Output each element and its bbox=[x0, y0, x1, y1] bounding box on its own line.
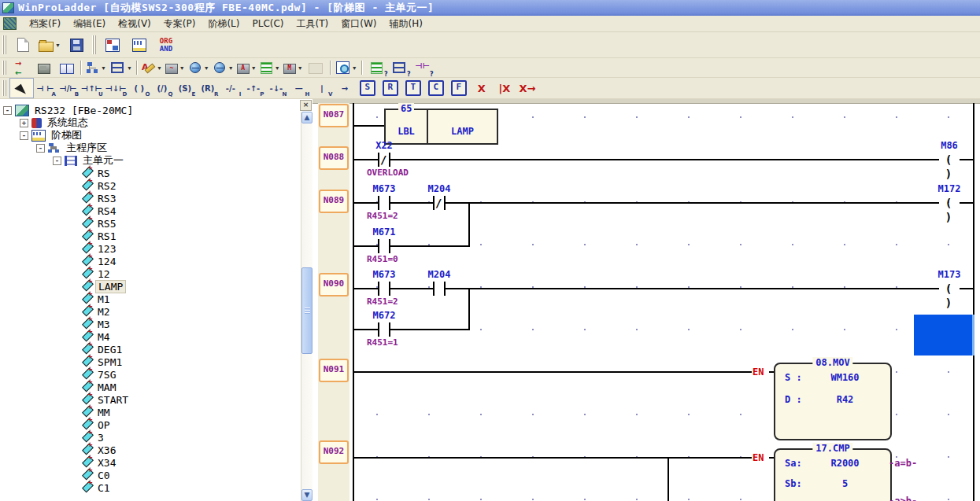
dropdown-arrow-icon[interactable]: ▼ bbox=[228, 65, 234, 71]
tree-item-12[interactable]: 12 bbox=[0, 267, 301, 280]
tree-item-rs4[interactable]: RS4 bbox=[0, 204, 301, 217]
toolbar-gripper[interactable] bbox=[92, 35, 97, 55]
collapse-icon[interactable]: - bbox=[36, 144, 45, 153]
network-label-n092[interactable]: N092 bbox=[319, 440, 349, 464]
dropdown-arrow-icon[interactable]: ▼ bbox=[275, 65, 280, 71]
menu-item-9[interactable]: 辅助(H) bbox=[383, 17, 428, 31]
menu-item-1[interactable]: 档案(F) bbox=[23, 17, 67, 31]
tree-item-c1[interactable]: C1 bbox=[0, 481, 301, 494]
delete-tool[interactable]: X bbox=[470, 79, 493, 98]
contact-no-m672[interactable]: M672R451=1 bbox=[378, 322, 390, 337]
register-r-tool[interactable]: R bbox=[379, 79, 401, 98]
online-button[interactable]: ▼ bbox=[211, 58, 235, 77]
tree-item-124[interactable]: 124 bbox=[0, 255, 301, 267]
coil-set-tool[interactable]: (S)E bbox=[173, 79, 196, 98]
menu-item-7[interactable]: 工具(T) bbox=[290, 17, 335, 31]
project-window-button[interactable] bbox=[99, 34, 126, 56]
tree-item-7sg[interactable]: 7SG bbox=[0, 368, 301, 381]
scroll-thumb[interactable] bbox=[301, 267, 312, 354]
scroll-up-button[interactable]: ▲ bbox=[301, 112, 312, 123]
hline-tool[interactable]: —H bbox=[287, 79, 310, 98]
function-f-tool[interactable]: F bbox=[447, 79, 470, 98]
tree-item-rs5[interactable]: RS5 bbox=[0, 217, 301, 230]
select-tool[interactable] bbox=[9, 78, 34, 98]
comment-book-button[interactable] bbox=[55, 58, 78, 77]
tree-item-3[interactable]: 3 bbox=[0, 431, 301, 444]
contact-nc-tool[interactable]: ⊣/⊢B bbox=[57, 79, 80, 98]
delete-vline-tool[interactable]: |X bbox=[493, 79, 516, 98]
menu-item-4[interactable]: 专案(P) bbox=[157, 17, 202, 31]
tree-item-mm[interactable]: MM bbox=[0, 406, 301, 418]
network-label-n087[interactable]: N087 bbox=[319, 104, 349, 127]
find-button[interactable]: ▼ bbox=[334, 58, 359, 77]
collapse-icon[interactable]: - bbox=[20, 131, 28, 140]
falling-tool[interactable]: -↓-N bbox=[264, 79, 287, 98]
tree-item-m2[interactable]: M2 bbox=[0, 305, 301, 318]
tree-item--[interactable]: -阶梯图 bbox=[0, 129, 301, 142]
coil-m173[interactable]: M173( ) bbox=[939, 282, 960, 296]
tree-item-x34[interactable]: X34 bbox=[0, 456, 301, 469]
tree-item-m3[interactable]: M3 bbox=[0, 318, 301, 330]
tree-item-x36[interactable]: X36 bbox=[0, 444, 301, 456]
dropdown-arrow-icon[interactable]: ▼ bbox=[127, 65, 132, 71]
tree-item-start[interactable]: START bbox=[0, 393, 301, 406]
io-transfer-button[interactable] bbox=[9, 58, 32, 77]
dropdown-arrow-icon[interactable]: ▼ bbox=[298, 65, 303, 71]
dropdown-arrow-icon[interactable]: ▼ bbox=[251, 65, 257, 71]
toolbar-gripper[interactable] bbox=[2, 80, 7, 96]
memory-chip-button[interactable] bbox=[32, 58, 55, 77]
project-tree-button[interactable]: ▼ bbox=[84, 58, 108, 77]
tree-item--[interactable]: -主程序区 bbox=[0, 142, 301, 154]
tree-item-mam[interactable]: MAM bbox=[0, 381, 301, 393]
monitor-a-button[interactable]: A▼ bbox=[235, 58, 258, 77]
mov-function-block[interactable]: 08.MOVS :WM160D :R42 bbox=[774, 363, 892, 440]
dropdown-arrow-icon[interactable]: ▼ bbox=[157, 65, 162, 71]
delete-hline-tool[interactable]: X→ bbox=[516, 79, 538, 98]
coil-m86[interactable]: M86( ) bbox=[939, 153, 960, 167]
dropdown-arrow-icon[interactable]: ▼ bbox=[179, 65, 185, 71]
menu-item-3[interactable]: 检视(V) bbox=[112, 17, 157, 31]
dropdown-arrow-icon[interactable]: ▼ bbox=[204, 65, 209, 71]
network-label-n090[interactable]: N090 bbox=[319, 273, 349, 297]
label-block-lamp[interactable]: LBLLAMP65 bbox=[384, 109, 498, 145]
tree-item-rs232-fbe-20mc-[interactable]: -RS232 [FBe-20MC] bbox=[0, 104, 301, 116]
vline-tool[interactable]: ∣V bbox=[310, 79, 333, 98]
contact-no-m204[interactable]: M204 bbox=[433, 282, 446, 296]
coil-not-tool[interactable]: (/)Q bbox=[150, 79, 173, 98]
tree-item--[interactable]: -主单元一 bbox=[0, 154, 301, 167]
dropdown-arrow-icon[interactable]: ▼ bbox=[101, 65, 106, 71]
toolbar-gripper[interactable] bbox=[2, 35, 7, 55]
contact-no-m671[interactable]: M671R451=0 bbox=[378, 239, 390, 253]
timer-s-tool[interactable]: S bbox=[356, 79, 379, 98]
tree-item-deg1[interactable]: DEG1 bbox=[0, 343, 301, 355]
timer-t-tool[interactable]: T bbox=[401, 79, 424, 98]
contact-no-m673[interactable]: M673R451=2 bbox=[378, 282, 390, 296]
element-help-button[interactable]: ? bbox=[365, 58, 388, 77]
network-help-button[interactable]: ? bbox=[388, 58, 411, 77]
menu-item-8[interactable]: 窗口(W) bbox=[335, 17, 383, 31]
tree-item-rs2[interactable]: RS2 bbox=[0, 179, 301, 192]
edit-element-button[interactable]: ▼ bbox=[140, 58, 164, 77]
contact-nc-m204[interactable]: /M204 bbox=[433, 196, 446, 210]
collapse-icon[interactable]: - bbox=[3, 106, 12, 115]
contact-no-m673[interactable]: M673R451=2 bbox=[378, 196, 390, 210]
tree-item-rs1[interactable]: RS1 bbox=[0, 230, 301, 242]
network-label-n088[interactable]: N088 bbox=[319, 146, 349, 170]
dropdown-arrow-icon[interactable]: ▼ bbox=[352, 65, 357, 71]
menu-item-5[interactable]: 阶梯(L) bbox=[202, 17, 246, 31]
expand-icon[interactable]: + bbox=[20, 119, 28, 127]
tree-item-c0[interactable]: C0 bbox=[0, 469, 301, 481]
menu-item-2[interactable]: 编辑(E) bbox=[67, 17, 112, 31]
tree-item-lamp[interactable]: LAMP bbox=[0, 280, 301, 293]
contact-nc-x22[interactable]: /X22OVERLOAD bbox=[378, 153, 390, 167]
cmp-function-block[interactable]: 17.CMPSa:R2000Sb:5-a=b--a>b- bbox=[774, 448, 892, 501]
network-label-n091[interactable]: N091 bbox=[319, 359, 349, 382]
menu-item-6[interactable]: PLC(C) bbox=[246, 17, 290, 31]
new-file-button[interactable] bbox=[9, 34, 36, 56]
org-and-button[interactable]: ORGAND bbox=[153, 34, 179, 56]
tree-item--[interactable]: +系统组态 bbox=[0, 116, 301, 129]
tree-item-123[interactable]: 123 bbox=[0, 242, 301, 255]
dropdown-arrow-icon[interactable]: ▼ bbox=[55, 42, 61, 48]
network-list-button[interactable]: ▼ bbox=[108, 58, 134, 77]
rising-tool[interactable]: -↑-P bbox=[242, 79, 264, 98]
